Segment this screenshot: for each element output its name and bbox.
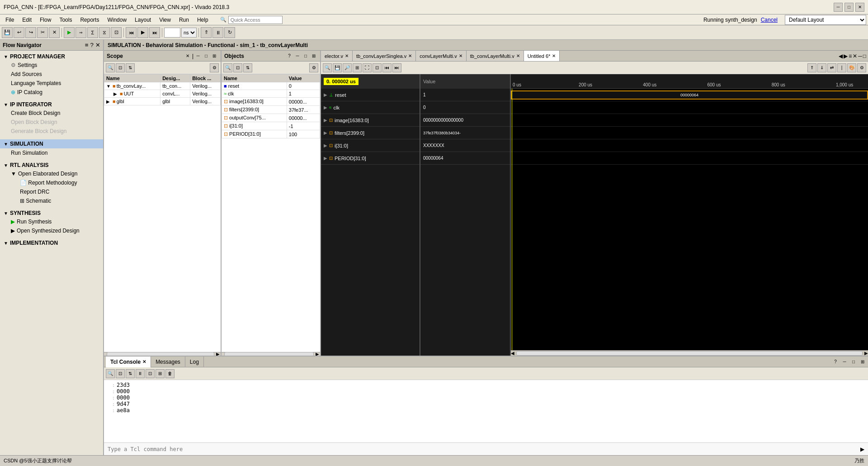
toolbar-cut[interactable]: ✂	[37, 27, 48, 38]
menu-file[interactable]: File	[2, 16, 18, 24]
console-filter[interactable]: ⊡	[116, 369, 125, 378]
table-row[interactable]: ⊡ PERIOD[31:0] 100	[222, 130, 320, 138]
menu-tools[interactable]: Tools	[56, 16, 75, 24]
objects-search-btn[interactable]: 🔍	[223, 63, 232, 72]
nav-create-block[interactable]: Create Block Design	[0, 109, 103, 118]
console-sort[interactable]: ⇅	[126, 369, 135, 378]
tab-conv-multi-close[interactable]: ✕	[459, 53, 462, 58]
toolbar-wave-up[interactable]: ⇑	[201, 27, 212, 38]
menu-help[interactable]: Help	[193, 16, 212, 24]
tab-prev[interactable]: ◀	[839, 53, 843, 59]
toolbar-save[interactable]: 💾	[2, 27, 13, 38]
menu-window[interactable]: Window	[104, 16, 130, 24]
tab-tcl-console[interactable]: Tcl Console ✕	[106, 357, 151, 367]
objects-sort-btn[interactable]: ⇅	[243, 63, 252, 72]
objects-scroll-right[interactable]: ▶	[316, 352, 319, 356]
nav-section-sim-header[interactable]: ▼ SIMULATION	[0, 139, 103, 148]
wave-name-clk[interactable]: ▶ ≈ clk	[321, 101, 420, 114]
tab-tb-multi[interactable]: tb_convLayerMulti.v ✕	[467, 51, 524, 62]
tab-close-all[interactable]: ✕	[853, 53, 857, 59]
table-row[interactable]: ≈ clk 1	[222, 90, 320, 98]
objects-settings-btn[interactable]: ⚙	[309, 63, 318, 72]
wave-expand-period[interactable]: ▶	[324, 156, 327, 161]
bottom-float[interactable]: ⊞	[859, 358, 866, 366]
scope-settings-btn[interactable]: ⚙	[210, 63, 219, 72]
tab-untitled6[interactable]: Untitled 6* ✕	[524, 51, 560, 62]
objects-filter-btn[interactable]: ⊡	[233, 63, 242, 72]
wave-signal-filters[interactable]: 37fe37f0380b340434572f01309f31f32e76a6dd…	[511, 127, 868, 139]
objects-max[interactable]: □	[302, 52, 309, 60]
menu-edit[interactable]: Edit	[19, 16, 35, 24]
menu-layout[interactable]: Layout	[131, 16, 155, 24]
nav-run-synthesis[interactable]: ▶ Run Synthesis	[0, 217, 103, 226]
close-button[interactable]: ✕	[855, 3, 864, 12]
wave-expand-reset[interactable]: ▶	[324, 92, 327, 97]
nav-schematic[interactable]: ⊞ Schematic	[0, 196, 103, 205]
toolbar-skip[interactable]: ⏭	[149, 27, 160, 38]
toolbar-wave-pause[interactable]: ⏸	[212, 27, 223, 38]
wave-name-image[interactable]: ▶ ⊡ image[16383:0]	[321, 114, 420, 127]
flow-nav-btn2[interactable]: ?	[90, 42, 94, 48]
nav-report-drc[interactable]: Report DRC	[0, 187, 103, 196]
table-row[interactable]: ⊡ i[31:0] -1	[222, 122, 320, 130]
table-row[interactable]: ▼ ■ tb_convLay... tb_con... Verilog...	[104, 82, 221, 90]
table-row[interactable]: ⊡ outputConv[75... 00000...	[222, 114, 320, 122]
console-search[interactable]: 🔍	[106, 369, 115, 378]
nav-report-methodology[interactable]: 📄 Report Methodology	[0, 178, 103, 187]
nav-section-synth-header[interactable]: ▼ SYNTHESIS	[0, 209, 103, 217]
table-row[interactable]: ■ reset 0	[222, 82, 320, 90]
scope-float[interactable]: ⊞	[211, 52, 218, 60]
tab-next[interactable]: ▶	[844, 53, 848, 59]
scope-expand-1[interactable]: ▶	[113, 91, 119, 96]
toolbar-wave-refresh[interactable]: ↻	[224, 27, 235, 38]
flow-nav-btn1[interactable]: ≡	[85, 42, 89, 48]
wave-signal-image[interactable]: 0000000000000000000000000000000000000000…	[511, 114, 868, 127]
console-copy[interactable]: ⊡	[146, 369, 155, 378]
table-row[interactable]: ▶ ■ UUT convL... Verilog...	[104, 90, 221, 98]
wave-add-marker[interactable]: |	[837, 63, 846, 72]
console-scroll-right[interactable]: ▶	[860, 446, 864, 452]
wave-signals[interactable]: 0000000000000000000000000000000000000000…	[511, 89, 868, 350]
scope-expand-2[interactable]: ▶	[106, 99, 112, 104]
wave-prev-edge[interactable]: ⏮	[382, 63, 392, 72]
wave-zoom-out[interactable]: 🔎	[343, 63, 352, 72]
scope-max[interactable]: □	[203, 52, 210, 60]
tab-log[interactable]: Log	[185, 357, 204, 367]
toolbar-play[interactable]: ▶	[137, 27, 148, 38]
scope-filter-btn[interactable]: ⊡	[116, 63, 125, 72]
objects-float[interactable]: ⊞	[310, 52, 317, 60]
tab-tb-single[interactable]: tb_convLayerSinglea.v ✕	[353, 51, 416, 62]
wave-scroll-right[interactable]: ▶	[864, 351, 868, 356]
toolbar-step[interactable]: ⇒	[75, 27, 86, 38]
scope-min[interactable]: ─	[194, 52, 202, 60]
wave-name-period[interactable]: ▶ ⊡ PERIOD[31:0]	[321, 152, 420, 165]
wave-zoom-fit[interactable]: ⊞	[353, 63, 362, 72]
menu-flow[interactable]: Flow	[36, 16, 55, 24]
tab-conv-multi[interactable]: convLayerMulti.v ✕	[416, 51, 467, 62]
nav-section-rtl-header[interactable]: ▼ RTL ANALYSIS	[0, 161, 103, 169]
wave-expand-image[interactable]: ▶	[324, 118, 327, 123]
console-copy2[interactable]: ⊞	[156, 369, 165, 378]
tcl-input[interactable]	[108, 446, 859, 452]
objects-h-scroll[interactable]	[224, 352, 314, 356]
table-row[interactable]: ▶ ■ glbl glbl Verilog...	[104, 98, 221, 105]
wave-full-screen[interactable]: ⛶	[363, 63, 372, 72]
nav-settings[interactable]: ⚙ Settings	[0, 61, 103, 70]
wave-signal-i[interactable]: XXXXXXXX	[511, 139, 868, 152]
tab-list[interactable]: ≡	[849, 53, 852, 59]
scope-close[interactable]: ✕	[184, 52, 191, 60]
wave-zoom-in[interactable]: 🔍	[323, 63, 332, 72]
console-pause[interactable]: ⏸	[136, 369, 145, 378]
wave-cursor[interactable]	[512, 89, 512, 350]
wave-expand-filters[interactable]: ▶	[324, 130, 327, 135]
wave-signal-clk[interactable]	[511, 101, 868, 114]
scope-search-btn[interactable]: 🔍	[106, 63, 115, 72]
flow-nav-btn3[interactable]: ✕	[95, 42, 100, 48]
tab-min[interactable]: ─	[858, 53, 862, 59]
wave-h-scroll[interactable]	[516, 351, 863, 356]
minimize-button[interactable]: ─	[834, 3, 843, 12]
objects-help[interactable]: ?	[286, 52, 293, 60]
scope-scroll-right[interactable]: ▶	[216, 352, 220, 356]
toolbar-delete[interactable]: ✕	[49, 27, 60, 38]
wave-expand-clk[interactable]: ▶	[324, 105, 327, 110]
